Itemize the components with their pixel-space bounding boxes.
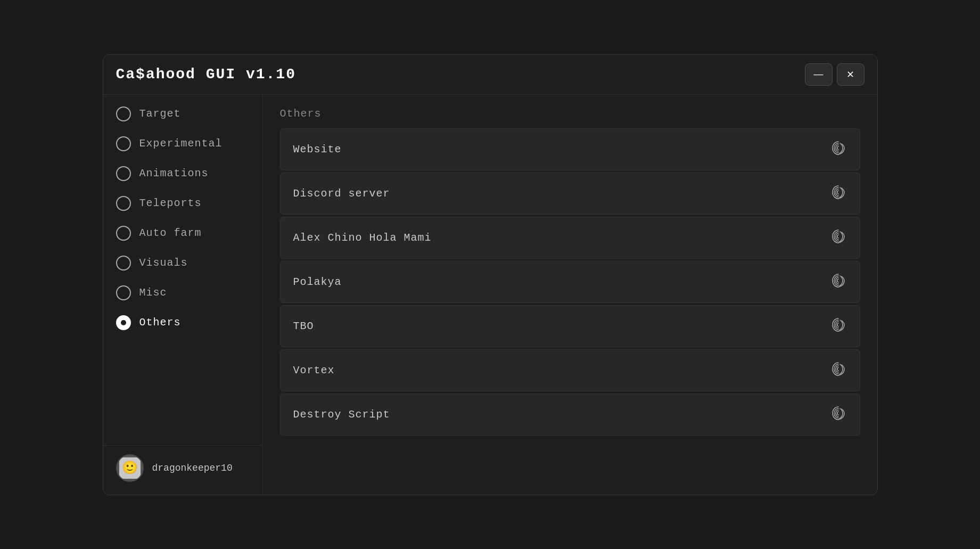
list-item-label-vortex: Vortex <box>293 364 335 376</box>
list-item-label-polakya: Polakya <box>293 276 342 288</box>
nav-icon-animations <box>116 166 131 181</box>
fingerprint-icon-vortex <box>830 360 847 380</box>
list-item-website[interactable]: Website <box>280 128 860 170</box>
list-item-label-tbo: TBO <box>293 320 314 332</box>
list-item-polakya[interactable]: Polakya <box>280 261 860 303</box>
avatar-face: 🙂 <box>119 457 141 479</box>
sidebar-item-target[interactable]: Target <box>103 99 262 129</box>
nav-label-animations: Animations <box>139 167 209 179</box>
sidebar-item-animations[interactable]: Animations <box>103 159 262 189</box>
nav-label-misc: Misc <box>139 286 167 299</box>
nav-label-auto-farm: Auto farm <box>139 227 202 239</box>
list-item-label-website: Website <box>293 143 342 155</box>
nav-label-others: Others <box>139 316 181 329</box>
list-item-discord-server[interactable]: Discord server <box>280 173 860 215</box>
items-list: WebsiteDiscord serverAlex Chino Hola Mam… <box>280 128 860 436</box>
fingerprint-icon-discord-server <box>830 184 847 203</box>
nav-label-experimental: Experimental <box>139 137 223 150</box>
list-item-tbo[interactable]: TBO <box>280 305 860 347</box>
sidebar-nav: TargetExperimentalAnimationsTeleportsAut… <box>103 99 262 445</box>
app-window: Ca$ahood GUI v1.10 — ✕ TargetExperimenta… <box>103 54 878 495</box>
nav-label-visuals: Visuals <box>139 257 188 269</box>
fingerprint-icon-tbo <box>830 316 847 336</box>
section-title: Others <box>280 108 860 120</box>
sidebar-item-visuals[interactable]: Visuals <box>103 248 262 278</box>
list-item-label-destroy-script: Destroy Script <box>293 408 390 421</box>
list-item-alex-chino[interactable]: Alex Chino Hola Mami <box>280 217 860 259</box>
list-item-vortex[interactable]: Vortex <box>280 349 860 391</box>
sidebar-user: 🙂 dragonkeeper10 <box>103 445 262 490</box>
sidebar-item-misc[interactable]: Misc <box>103 278 262 308</box>
list-item-label-discord-server: Discord server <box>293 187 390 200</box>
nav-icon-auto-farm <box>116 226 131 241</box>
nav-label-target: Target <box>139 108 181 120</box>
nav-label-teleports: Teleports <box>139 197 202 209</box>
nav-icon-experimental <box>116 136 131 151</box>
close-button[interactable]: ✕ <box>837 63 864 86</box>
content-area: TargetExperimentalAnimationsTeleportsAut… <box>103 95 877 495</box>
nav-icon-target <box>116 106 131 121</box>
sidebar-item-experimental[interactable]: Experimental <box>103 129 262 159</box>
window-controls: — ✕ <box>805 63 864 86</box>
nav-icon-misc <box>116 285 131 300</box>
title-bar: Ca$ahood GUI v1.10 — ✕ <box>103 55 877 95</box>
fingerprint-icon-destroy-script <box>830 405 847 424</box>
avatar: 🙂 <box>116 454 144 482</box>
fingerprint-icon-website <box>830 140 847 159</box>
list-item-label-alex-chino: Alex Chino Hola Mami <box>293 232 432 244</box>
app-title: Ca$ahood GUI v1.10 <box>116 66 296 83</box>
sidebar-item-teleports[interactable]: Teleports <box>103 189 262 218</box>
main-content: Others WebsiteDiscord serverAlex Chino H… <box>263 95 877 495</box>
username: dragonkeeper10 <box>152 463 233 473</box>
sidebar-item-auto-farm[interactable]: Auto farm <box>103 218 262 248</box>
nav-icon-others <box>116 315 131 330</box>
sidebar-item-others[interactable]: Others <box>103 308 262 338</box>
minimize-button[interactable]: — <box>805 63 833 86</box>
nav-icon-visuals <box>116 256 131 271</box>
fingerprint-icon-alex-chino <box>830 228 847 248</box>
nav-icon-teleports <box>116 196 131 211</box>
list-item-destroy-script[interactable]: Destroy Script <box>280 394 860 436</box>
fingerprint-icon-polakya <box>830 272 847 292</box>
sidebar: TargetExperimentalAnimationsTeleportsAut… <box>103 95 263 495</box>
